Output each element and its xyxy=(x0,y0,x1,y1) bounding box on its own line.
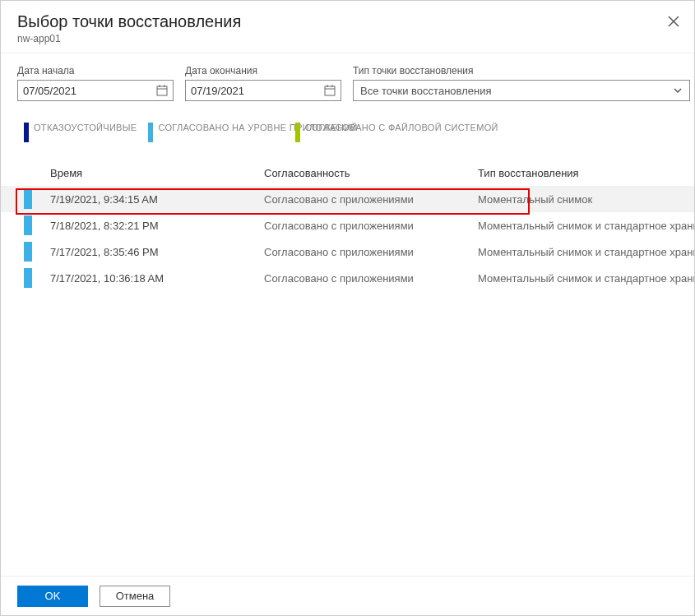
close-icon[interactable] xyxy=(668,14,679,31)
recovery-type-field: Тип точки восстановления Все точки восст… xyxy=(353,65,690,101)
recovery-points-table: Время Согласованность Тип восстановления… xyxy=(1,160,694,291)
end-date-input[interactable]: 07/19/2021 xyxy=(185,80,341,101)
legend-bar-icon xyxy=(295,123,300,142)
calendar-icon xyxy=(156,85,168,96)
start-date-input[interactable]: 07/05/2021 xyxy=(17,80,174,101)
dialog-footer: OK Отмена xyxy=(1,576,694,615)
table-row[interactable]: 7/19/2021, 9:34:15 AMСогласовано с прило… xyxy=(1,186,694,212)
start-date-value: 07/05/2021 xyxy=(23,85,76,97)
legend-fs: СОГЛАСОВАНО С ФАЙЛОВОЙ СИСТЕМОЙ xyxy=(295,123,498,142)
dialog-header: Выбор точки восстановления nw-app01 xyxy=(1,1,694,53)
filter-bar: Дата начала 07/05/2021 Дата окончания 07… xyxy=(1,53,694,106)
start-date-label: Дата начала xyxy=(17,65,174,76)
svg-rect-6 xyxy=(325,86,335,95)
cell-time: 7/17/2021, 8:35:46 PM xyxy=(50,246,264,258)
dialog-title: Выбор точки восстановления xyxy=(17,12,678,31)
cell-type: Моментальный снимок и стандартное хранил… xyxy=(478,246,694,258)
col-time-header: Время xyxy=(50,167,264,179)
legend-bar-icon xyxy=(24,123,29,142)
cancel-button[interactable]: Отмена xyxy=(100,586,170,607)
col-type-header: Тип восстановления xyxy=(478,167,694,179)
table-row[interactable]: 7/17/2021, 10:36:18 AMСогласовано с прил… xyxy=(1,265,694,291)
table-row[interactable]: 7/17/2021, 8:35:46 PMСогласовано с прило… xyxy=(1,239,694,265)
ok-button[interactable]: OK xyxy=(17,586,88,607)
cell-type: Моментальный снимок и стандартное хранил… xyxy=(478,272,694,285)
legend-fs-label: СОГЛАСОВАНО С ФАЙЛОВОЙ СИСТЕМОЙ xyxy=(305,123,498,132)
cell-time: 7/17/2021, 10:36:18 AM xyxy=(50,272,264,285)
calendar-icon xyxy=(324,85,336,96)
legend: ОТКАЗОУСТОЙЧИВЫЕ СОГЛАСОВАНО НА УРОВНЕ П… xyxy=(1,106,694,152)
cell-consistency: Согласовано с приложениями xyxy=(264,272,478,285)
cell-consistency: Согласовано с приложениями xyxy=(264,246,478,258)
cell-time: 7/19/2021, 9:34:15 AM xyxy=(50,193,264,206)
cell-consistency: Согласовано с приложениями xyxy=(264,193,478,206)
start-date-field: Дата начала 07/05/2021 xyxy=(17,65,174,101)
cell-consistency: Согласовано с приложениями xyxy=(264,220,478,232)
table-header: Время Согласованность Тип восстановления xyxy=(1,160,694,186)
chevron-down-icon xyxy=(673,86,683,95)
table-body: 7/19/2021, 9:34:15 AMСогласовано с прило… xyxy=(1,186,694,291)
consistency-marker-icon xyxy=(24,189,32,209)
end-date-label: Дата окончания xyxy=(185,65,341,76)
recovery-type-value: Все точки восстановления xyxy=(360,85,491,97)
end-date-value: 07/19/2021 xyxy=(191,85,244,97)
legend-crash-label: ОТКАЗОУСТОЙЧИВЫЕ xyxy=(34,123,137,132)
dialog-subtitle: nw-app01 xyxy=(17,33,678,44)
legend-bar-icon xyxy=(148,123,153,142)
consistency-marker-icon xyxy=(24,242,32,262)
table-row[interactable]: 7/18/2021, 8:32:21 PMСогласовано с прило… xyxy=(1,212,694,239)
legend-crash: ОТКАЗОУСТОЙЧИВЫЕ xyxy=(24,123,137,142)
recovery-type-select[interactable]: Все точки восстановления xyxy=(353,80,690,101)
recovery-type-label: Тип точки восстановления xyxy=(353,65,690,76)
cell-type: Моментальный снимок и стандартное хранил… xyxy=(478,220,694,232)
consistency-marker-icon xyxy=(24,268,32,288)
col-consistency-header: Согласованность xyxy=(264,167,478,179)
end-date-field: Дата окончания 07/19/2021 xyxy=(185,65,341,101)
svg-rect-2 xyxy=(157,86,167,95)
cell-time: 7/18/2021, 8:32:21 PM xyxy=(50,220,264,232)
consistency-marker-icon xyxy=(24,215,32,235)
cell-type: Моментальный снимок xyxy=(478,193,694,206)
